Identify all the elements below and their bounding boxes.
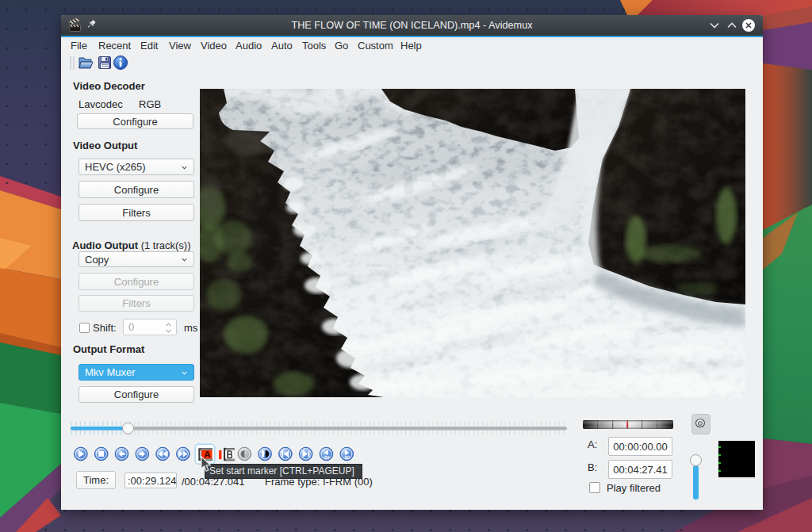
- svg-text:60: 60: [344, 455, 350, 460]
- svg-text:60: 60: [324, 455, 330, 460]
